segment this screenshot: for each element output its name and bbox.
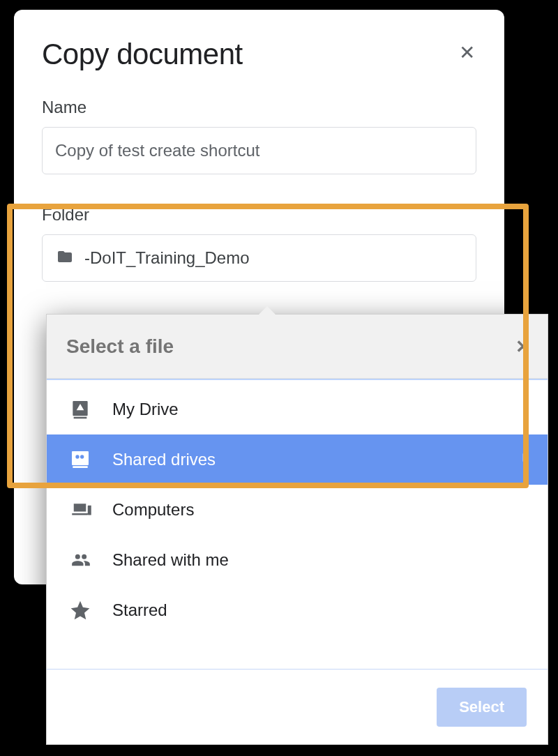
folder-icon xyxy=(55,248,75,268)
picker-item-shared-with-me[interactable]: Shared with me xyxy=(47,535,548,585)
picker-item-computers[interactable]: Computers xyxy=(47,485,548,535)
name-field[interactable] xyxy=(42,127,476,174)
star-icon xyxy=(69,599,97,621)
file-picker: Select a file ✕ My Drive Shared drives C… xyxy=(46,314,548,745)
picker-header: Select a file ✕ xyxy=(47,315,548,379)
picker-item-label: Shared with me xyxy=(112,550,229,570)
divider xyxy=(47,379,548,380)
close-icon[interactable]: ✕ xyxy=(459,43,475,63)
picker-item-starred[interactable]: Starred xyxy=(47,585,548,635)
picker-footer: Select xyxy=(47,669,548,744)
name-label: Name xyxy=(42,98,476,117)
shared-drives-icon xyxy=(69,448,97,471)
picker-item-shared-drives[interactable]: Shared drives xyxy=(47,434,548,485)
picker-list: My Drive Shared drives Computers Shared … xyxy=(47,380,548,635)
my-drive-icon xyxy=(69,398,97,421)
picker-item-my-drive[interactable]: My Drive xyxy=(47,384,548,434)
dialog-title: Copy document xyxy=(42,38,476,71)
chevron-right-icon xyxy=(518,448,532,471)
picker-close-icon[interactable]: ✕ xyxy=(515,335,531,357)
picker-item-label: Shared drives xyxy=(112,450,216,469)
folder-value: -DoIT_Training_Demo xyxy=(84,248,250,268)
picker-item-label: My Drive xyxy=(112,400,179,419)
shared-with-me-icon xyxy=(69,550,97,570)
picker-item-label: Starred xyxy=(112,600,167,620)
computers-icon xyxy=(69,499,97,520)
picker-title: Select a file xyxy=(66,335,174,358)
folder-label: Folder xyxy=(42,205,476,225)
select-button[interactable]: Select xyxy=(437,688,527,727)
picker-item-label: Computers xyxy=(112,500,194,520)
folder-picker-trigger[interactable]: -DoIT_Training_Demo xyxy=(42,234,476,282)
